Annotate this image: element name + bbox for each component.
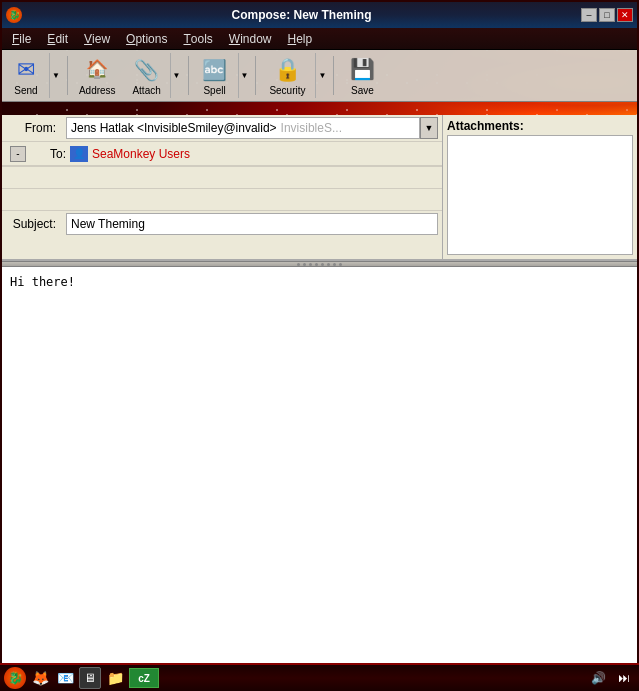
close-button[interactable]: ✕ xyxy=(617,8,633,22)
spell-label: Spell xyxy=(203,85,225,96)
sep3 xyxy=(255,56,256,95)
spell-button[interactable]: 🔤 Spell ▼ xyxy=(193,52,252,99)
dot5 xyxy=(321,263,324,266)
sep1 xyxy=(67,56,68,95)
maximize-button[interactable]: □ xyxy=(599,8,615,22)
attach-icon: 📎 xyxy=(131,55,163,85)
minimize-button[interactable]: – xyxy=(581,8,597,22)
dot1 xyxy=(297,263,300,266)
dot8 xyxy=(339,263,342,266)
send-label: Send xyxy=(14,85,37,96)
form-area: From: Jens Hatlak <InvisibleSmiley@inval… xyxy=(2,115,637,261)
send-button[interactable]: ✉ Send ▼ xyxy=(4,52,63,99)
from-dropdown[interactable]: ▼ xyxy=(420,117,438,139)
security-icon: 🔒 xyxy=(271,55,303,85)
security-button[interactable]: 🔒 Security ▼ xyxy=(260,52,329,99)
sep4 xyxy=(333,56,334,95)
email-body-area: Hi there! xyxy=(2,267,637,689)
menu-tools[interactable]: Tools xyxy=(175,28,220,49)
subject-row: Subject: xyxy=(2,211,442,237)
dot2 xyxy=(303,263,306,266)
from-row: From: Jens Hatlak <InvisibleSmiley@inval… xyxy=(2,115,442,142)
menu-edit[interactable]: Edit xyxy=(39,28,76,49)
app-icon: 🐉 xyxy=(6,7,22,23)
attachments-box[interactable] xyxy=(447,135,633,255)
send-arrow[interactable]: ▼ xyxy=(49,53,62,98)
title-bar: 🐉 Compose: New Theming – □ ✕ xyxy=(2,2,637,28)
menu-bar: File Edit View Options Tools Window Help xyxy=(2,28,637,50)
toolbar: ✉ Send ▼ 🏠 Address 📎 Attach ▼ xyxy=(2,50,637,102)
attach-label: Attach xyxy=(132,85,160,96)
attach-arrow[interactable]: ▼ xyxy=(170,53,183,98)
to-label: To: xyxy=(26,147,70,161)
send-icon: ✉ xyxy=(10,55,42,85)
dot6 xyxy=(327,263,330,266)
to-value[interactable]: SeaMonkey Users xyxy=(92,147,190,161)
start-button[interactable]: 🐉 xyxy=(4,667,26,689)
spell-icon: 🔤 xyxy=(199,55,231,85)
to-row: - To: 👤 SeaMonkey Users xyxy=(2,142,442,166)
menu-options[interactable]: Options xyxy=(118,28,175,49)
to-address-book-icon[interactable]: 👤 xyxy=(70,146,88,162)
taskbar: 🐉 🦊 📧 🖥 📁 cZ 🔊 ⏭ xyxy=(0,663,639,691)
save-button[interactable]: 💾 Save xyxy=(338,52,386,99)
security-label: Security xyxy=(269,85,305,96)
taskbar-cz-icon[interactable]: cZ xyxy=(129,668,159,688)
dot3 xyxy=(309,263,312,266)
extra-row-1 xyxy=(2,167,442,189)
from-ghost: InvisibleS... xyxy=(281,121,342,135)
from-name: Jens Hatlak <InvisibleSmiley@invalid> xyxy=(71,121,277,135)
menu-file[interactable]: File xyxy=(4,28,39,49)
extra-rows xyxy=(2,166,442,211)
taskbar-icon-files[interactable]: 📁 xyxy=(104,667,126,689)
attach-button[interactable]: 📎 Attach ▼ xyxy=(125,52,184,99)
to-collapse-button[interactable]: - xyxy=(10,146,26,162)
form-fields: From: Jens Hatlak <InvisibleSmiley@inval… xyxy=(2,115,442,259)
menu-help[interactable]: Help xyxy=(280,28,321,49)
address-label: Address xyxy=(79,85,116,96)
window-title: Compose: New Theming xyxy=(22,8,581,22)
subject-label: Subject: xyxy=(2,217,62,231)
subject-input[interactable] xyxy=(66,213,438,235)
taskbar-right: 🔊 ⏭ xyxy=(587,667,635,689)
from-field[interactable]: Jens Hatlak <InvisibleSmiley@invalid> In… xyxy=(66,117,420,139)
taskbar-icon-mail[interactable]: 📧 xyxy=(54,667,76,689)
application-window: 🐉 Compose: New Theming – □ ✕ File Edit V… xyxy=(0,0,639,691)
attachments-label: Attachments: xyxy=(447,119,633,133)
taskbar-volume-icon[interactable]: 🔊 xyxy=(587,667,609,689)
header-banner: ✉ Send ▼ 🏠 Address 📎 Attach ▼ xyxy=(2,50,637,115)
save-icon: 💾 xyxy=(346,55,378,83)
resize-dots xyxy=(297,263,342,266)
window-controls: – □ ✕ xyxy=(581,8,633,22)
address-icon: 🏠 xyxy=(81,55,113,83)
title-bar-left: 🐉 xyxy=(6,7,22,23)
taskbar-icon-terminal[interactable]: 🖥 xyxy=(79,667,101,689)
extra-row-2 xyxy=(2,189,442,211)
sep2 xyxy=(188,56,189,95)
dot7 xyxy=(333,263,336,266)
menu-window[interactable]: Window xyxy=(221,28,280,49)
dot4 xyxy=(315,263,318,266)
security-arrow[interactable]: ▼ xyxy=(315,53,328,98)
email-editor[interactable]: Hi there! xyxy=(2,267,637,689)
taskbar-icon-browser[interactable]: 🦊 xyxy=(29,667,51,689)
taskbar-skip-icon[interactable]: ⏭ xyxy=(613,667,635,689)
editor-area[interactable]: Hi there! xyxy=(2,267,637,689)
spell-arrow[interactable]: ▼ xyxy=(238,53,251,98)
attachments-panel: Attachments: xyxy=(442,115,637,259)
from-label: From: xyxy=(2,119,62,137)
from-input-wrap: Jens Hatlak <InvisibleSmiley@invalid> In… xyxy=(66,117,438,139)
address-button[interactable]: 🏠 Address xyxy=(72,52,123,99)
menu-view[interactable]: View xyxy=(76,28,118,49)
save-label: Save xyxy=(351,85,374,96)
cz-label: cZ xyxy=(138,673,150,684)
